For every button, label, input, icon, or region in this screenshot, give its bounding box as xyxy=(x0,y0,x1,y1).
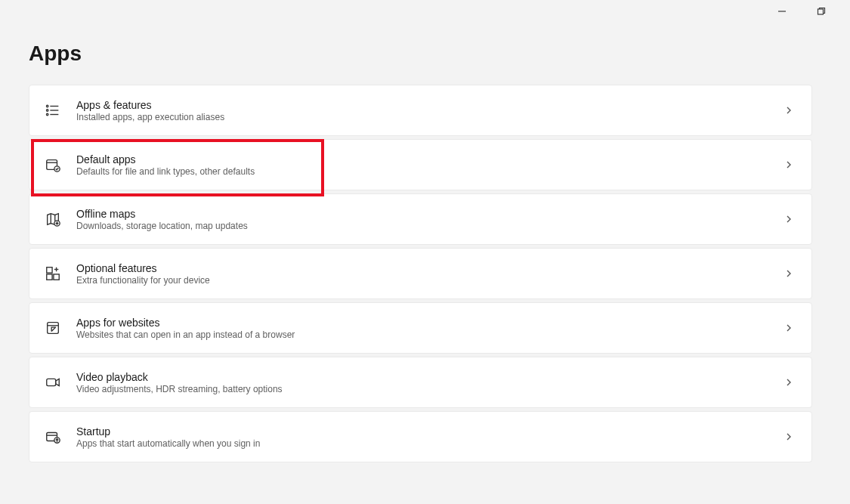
svg-rect-1 xyxy=(818,9,824,14)
chevron-right-icon xyxy=(780,319,798,337)
minimize-button[interactable] xyxy=(771,1,793,22)
svg-point-6 xyxy=(46,113,48,115)
svg-point-4 xyxy=(46,110,48,111)
default-apps-icon xyxy=(43,155,63,175)
minimize-icon xyxy=(777,7,787,16)
item-title: Startup xyxy=(76,425,780,438)
settings-item-startup[interactable]: Startup Apps that start automatically wh… xyxy=(29,411,812,462)
chevron-right-icon xyxy=(780,428,798,446)
settings-list: Apps & features Installed apps, app exec… xyxy=(29,85,812,462)
item-subtitle: Downloads, storage location, map updates xyxy=(76,221,780,231)
svg-marker-25 xyxy=(56,379,60,385)
settings-item-default-apps[interactable]: Default apps Defaults for file and link … xyxy=(29,139,812,190)
settings-item-apps-for-websites[interactable]: Apps for websites Websites that can open… xyxy=(29,302,812,354)
page-title: Apps xyxy=(29,42,82,66)
chevron-right-icon xyxy=(780,101,798,119)
svg-rect-24 xyxy=(47,379,56,385)
video-icon xyxy=(43,373,63,392)
maximize-icon xyxy=(817,7,826,16)
item-title: Video playback xyxy=(76,371,780,383)
maximize-button[interactable] xyxy=(811,1,832,22)
optional-features-icon xyxy=(43,264,63,283)
settings-item-optional-features[interactable]: Optional features Extra functionality fo… xyxy=(29,248,812,299)
chevron-right-icon xyxy=(780,156,798,174)
item-title: Optional features xyxy=(76,262,780,274)
item-subtitle: Websites that can open in an app instead… xyxy=(76,329,780,340)
svg-rect-21 xyxy=(48,323,59,334)
item-text: Video playback Video adjustments, HDR st… xyxy=(76,371,780,394)
item-subtitle: Apps that start automatically when you s… xyxy=(76,438,780,449)
map-icon xyxy=(43,209,63,229)
item-text: Startup Apps that start automatically wh… xyxy=(76,425,780,449)
item-title: Offline maps xyxy=(76,208,780,220)
item-text: Apps for websites Websites that can open… xyxy=(76,317,780,340)
svg-rect-17 xyxy=(54,274,59,280)
item-text: Apps & features Installed apps, app exec… xyxy=(76,99,780,122)
settings-item-offline-maps[interactable]: Offline maps Downloads, storage location… xyxy=(29,193,812,245)
chevron-right-icon xyxy=(780,210,798,228)
item-title: Apps & features xyxy=(76,99,780,111)
item-text: Offline maps Downloads, storage location… xyxy=(76,208,780,231)
startup-icon xyxy=(43,427,63,447)
chevron-right-icon xyxy=(780,264,798,283)
item-text: Optional features Extra functionality fo… xyxy=(76,262,780,286)
item-subtitle: Video adjustments, HDR streaming, batter… xyxy=(76,384,780,394)
list-icon xyxy=(43,100,63,120)
item-title: Default apps xyxy=(76,153,780,165)
window-controls xyxy=(771,0,850,23)
item-text: Default apps Defaults for file and link … xyxy=(76,153,780,177)
item-subtitle: Extra functionality for your device xyxy=(76,275,780,286)
svg-line-23 xyxy=(51,327,56,332)
item-subtitle: Installed apps, app execution aliases xyxy=(76,112,780,122)
svg-rect-18 xyxy=(47,274,52,280)
settings-item-apps-features[interactable]: Apps & features Installed apps, app exec… xyxy=(29,85,812,136)
item-subtitle: Defaults for file and link types, other … xyxy=(76,166,780,177)
settings-item-video-playback[interactable]: Video playback Video adjustments, HDR st… xyxy=(29,357,812,408)
item-title: Apps for websites xyxy=(76,317,780,329)
website-apps-icon xyxy=(43,318,63,338)
svg-point-2 xyxy=(46,105,48,107)
chevron-right-icon xyxy=(780,373,798,391)
svg-rect-16 xyxy=(47,267,52,273)
